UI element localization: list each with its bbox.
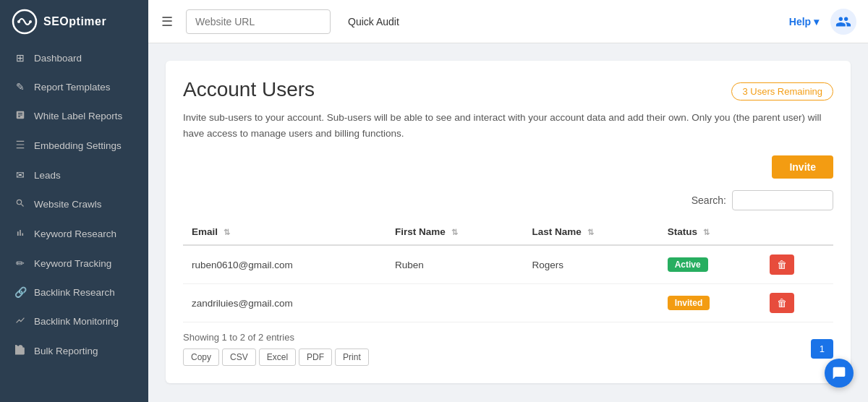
help-button[interactable]: Help ▾ <box>789 16 819 27</box>
hamburger-button[interactable]: ☰ <box>157 9 177 34</box>
sidebar-item-backlink-research[interactable]: 🔗 Backlink Research <box>0 278 148 307</box>
sidebar-item-keyword-tracking[interactable]: ✏ Keyword Tracking <box>0 249 148 278</box>
sidebar-item-label: Embedding Settings <box>34 140 122 151</box>
footer-left: Showing 1 to 2 of 2 entries CopyCSVExcel… <box>183 331 369 366</box>
status-sort-icon[interactable]: ⇅ <box>703 228 710 236</box>
bulk-reporting-icon <box>14 345 27 357</box>
svg-point-2 <box>29 20 32 23</box>
backlink-research-icon: 🔗 <box>14 286 27 298</box>
logo-text: SEOptimer <box>43 15 106 28</box>
delete-button[interactable]: 🗑 <box>770 255 794 275</box>
sidebar-item-label: Website Crawls <box>34 199 102 210</box>
table-row: zandriluies@gmail.com Invited 🗑 <box>183 284 833 322</box>
topbar: SEOptimer ☰ Quick Audit Help ▾ <box>0 0 868 43</box>
sidebar-item-label: Keyword Research <box>34 228 116 239</box>
cell-status: Invited <box>659 284 762 322</box>
sidebar-item-dashboard[interactable]: ⊞ Dashboard <box>0 43 148 72</box>
sidebar-item-backlink-monitoring[interactable]: Backlink Monitoring <box>0 307 148 336</box>
white-label-icon <box>14 110 27 122</box>
sidebar-item-bulk-reporting[interactable]: Bulk Reporting <box>0 336 148 366</box>
sidebar-item-leads[interactable]: ✉ Leads <box>0 161 148 189</box>
sidebar-item-report-templates[interactable]: ✎ Report Templates <box>0 72 148 101</box>
page-title: Account Users <box>183 78 315 101</box>
url-input[interactable] <box>186 9 331 34</box>
sidebar-item-label: Keyword Tracking <box>34 258 111 269</box>
keyword-tracking-icon: ✏ <box>14 257 27 269</box>
col-email: Email ⇅ <box>183 219 386 245</box>
search-row: Search: <box>183 190 833 210</box>
sidebar-item-keyword-research[interactable]: Keyword Research <box>0 219 148 249</box>
keyword-research-icon <box>14 228 27 240</box>
sidebar: ⊞ Dashboard ✎ Report Templates White Lab… <box>0 43 148 402</box>
cell-email: ruben0610@gmail.com <box>183 245 386 284</box>
col-first-name: First Name ⇅ <box>386 219 524 245</box>
col-status: Status ⇅ <box>659 219 762 245</box>
search-input[interactable] <box>732 190 833 210</box>
embedding-icon <box>14 140 27 152</box>
sidebar-item-label: White Label Reports <box>34 111 122 121</box>
layout: ⊞ Dashboard ✎ Report Templates White Lab… <box>0 43 868 402</box>
svg-point-1 <box>17 20 20 23</box>
sidebar-item-embedding-settings[interactable]: Embedding Settings <box>0 131 148 161</box>
col-last-name: Last Name ⇅ <box>524 219 659 245</box>
status-badge: Active <box>668 257 708 272</box>
cell-actions: 🗑 <box>761 245 833 284</box>
users-table: Email ⇅ First Name ⇅ Last Name ⇅ Statu <box>183 219 833 322</box>
sidebar-item-label: Report Templates <box>34 82 111 93</box>
table-row: ruben0610@gmail.com Ruben Rogers Active … <box>183 245 833 284</box>
cell-email: zandriluies@gmail.com <box>183 284 386 322</box>
backlink-monitoring-icon <box>14 315 27 328</box>
search-label: Search: <box>692 194 726 206</box>
page-button-1[interactable]: 1 <box>811 339 833 359</box>
cell-last-name <box>524 284 659 322</box>
status-badge: Invited <box>668 296 710 310</box>
users-remaining-badge: 3 Users Remaining <box>731 82 833 100</box>
invite-button[interactable]: Invite <box>772 155 833 179</box>
chat-bubble[interactable] <box>825 359 854 388</box>
table-header-row: Email ⇅ First Name ⇅ Last Name ⇅ Statu <box>183 219 833 245</box>
export-print-button[interactable]: Print <box>335 348 369 366</box>
content-card: Account Users 3 Users Remaining Invite s… <box>166 61 851 383</box>
export-buttons: CopyCSVExcelPDFPrint <box>183 348 369 366</box>
logo-icon <box>12 9 38 35</box>
topbar-right: Help ▾ <box>789 9 856 35</box>
export-copy-button[interactable]: Copy <box>183 348 219 366</box>
leads-icon: ✉ <box>14 169 27 181</box>
table-footer: Showing 1 to 2 of 2 entries CopyCSVExcel… <box>183 331 833 366</box>
cell-first-name: Ruben <box>386 245 524 284</box>
email-sort-icon[interactable]: ⇅ <box>224 228 230 236</box>
cell-last-name: Rogers <box>524 245 659 284</box>
sidebar-item-label: Backlink Monitoring <box>34 316 119 327</box>
lastname-sort-icon[interactable]: ⇅ <box>587 228 594 236</box>
description-text: Invite sub-users to your account. Sub-us… <box>183 110 833 141</box>
sidebar-item-website-crawls[interactable]: Website Crawls <box>0 189 148 219</box>
cell-first-name <box>386 284 524 322</box>
user-avatar[interactable] <box>830 9 856 35</box>
invite-row: Invite <box>183 155 833 179</box>
page-header: Account Users 3 Users Remaining <box>183 78 833 101</box>
export-pdf-button[interactable]: PDF <box>299 348 332 366</box>
quick-audit-button[interactable]: Quick Audit <box>339 12 408 32</box>
sidebar-item-label: Backlink Research <box>34 287 115 298</box>
sidebar-item-label: Leads <box>34 170 61 181</box>
col-actions <box>761 219 833 245</box>
delete-button[interactable]: 🗑 <box>770 293 794 313</box>
website-crawls-icon <box>14 198 27 210</box>
main-content: Account Users 3 Users Remaining Invite s… <box>148 43 868 402</box>
sidebar-item-white-label-reports[interactable]: White Label Reports <box>0 101 148 131</box>
dashboard-icon: ⊞ <box>14 52 27 64</box>
cell-actions: 🗑 <box>761 284 833 322</box>
report-templates-icon: ✎ <box>14 81 27 93</box>
sidebar-item-label: Bulk Reporting <box>34 346 98 356</box>
export-csv-button[interactable]: CSV <box>222 348 256 366</box>
sidebar-item-label: Dashboard <box>34 53 82 64</box>
firstname-sort-icon[interactable]: ⇅ <box>451 228 458 236</box>
logo-area: SEOptimer <box>0 0 148 43</box>
export-excel-button[interactable]: Excel <box>259 348 296 366</box>
pagination: 1 <box>811 339 833 359</box>
showing-text: Showing 1 to 2 of 2 entries <box>183 332 294 343</box>
cell-status: Active <box>659 245 762 284</box>
